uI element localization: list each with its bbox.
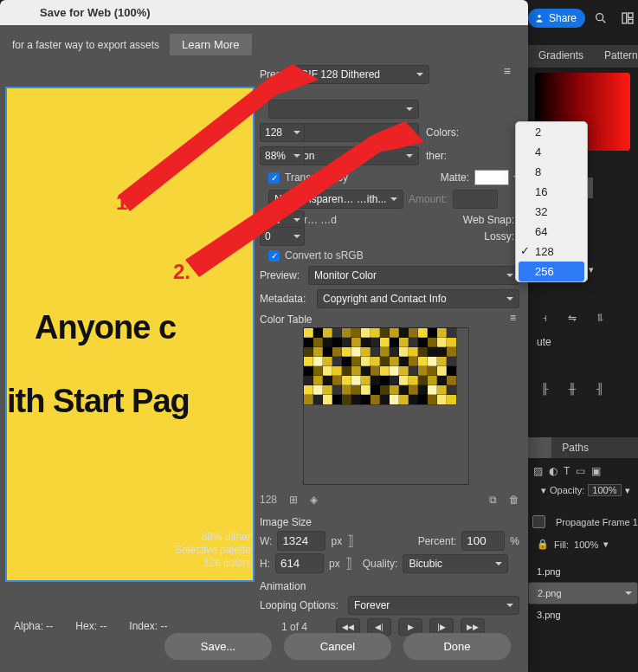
dither-label: ther: — [426, 150, 452, 162]
ct-count: 128 — [260, 494, 277, 506]
animation-label: Animation — [260, 580, 519, 592]
ct-trash-icon[interactable]: 🗑 — [509, 494, 519, 506]
matte-swatch[interactable] — [474, 170, 509, 185]
lock-icon[interactable]: 🔒 — [537, 539, 549, 550]
metadata-select[interactable]: Copyright and Contact Info — [317, 289, 519, 308]
save-button[interactable]: Save... — [164, 633, 272, 660]
search-icon[interactable] — [590, 7, 611, 29]
propagate-label: Propagate Frame 1 — [556, 517, 638, 527]
colors-option-4[interactable]: 4 — [516, 142, 587, 162]
svg-line-2 — [603, 20, 605, 23]
opacity-caret-icon[interactable]: ▾ — [541, 485, 546, 496]
websnap-label: Web Snap: — [463, 214, 519, 226]
canvas-text-line: Anyone c — [7, 309, 253, 346]
annotation-number-2: 2. — [173, 260, 190, 283]
filter-pixel-icon[interactable]: ▨ — [533, 465, 543, 477]
index-readout: Index: -- — [129, 620, 167, 632]
colors-label: Colors: — [426, 126, 464, 139]
link-wh-icon[interactable]: ⟧ — [347, 533, 354, 549]
layer-item[interactable]: 1.png — [528, 561, 638, 582]
looping-label: Looping Options: — [260, 599, 348, 611]
align-h-icon[interactable]: ⫞ — [537, 310, 552, 326]
image-size-label: Image Size — [260, 516, 519, 528]
svg-rect-5 — [628, 19, 632, 23]
annotation-number-1: 1. — [116, 191, 133, 214]
tab-patterns[interactable]: Patterns — [594, 45, 638, 68]
color-table-menu-icon[interactable]: ≡ — [510, 312, 516, 324]
filter-shape-icon[interactable]: ▭ — [576, 465, 585, 477]
cancel-button[interactable]: Cancel — [284, 633, 391, 660]
amount-field — [453, 190, 498, 209]
info-colors: 128 colors — [5, 557, 251, 570]
h-label: H: — [260, 558, 270, 570]
ct-new-icon[interactable]: ⧉ — [489, 494, 497, 506]
opacity-value[interactable]: 100% — [588, 484, 621, 496]
layer-item[interactable]: 3.png — [528, 604, 638, 625]
colors-option-256[interactable]: 256 — [519, 262, 584, 281]
colors-option-2[interactable]: 2 — [516, 122, 587, 142]
colors-dropdown-popup: 248163264128256 — [515, 121, 588, 282]
canvas-text-line: ith Start Pag — [7, 383, 253, 420]
svg-rect-4 — [628, 13, 632, 17]
height-input[interactable] — [275, 553, 324, 573]
fill-label: Fill: — [554, 540, 569, 550]
percent-label: Percent: — [418, 535, 457, 547]
done-button[interactable]: Done — [403, 633, 511, 660]
dropdown-caret-icon[interactable]: ▾ — [589, 264, 594, 275]
annotation-arrow-2 — [164, 104, 424, 286]
quality-label: Quality: — [363, 558, 398, 570]
share-button[interactable]: Share — [528, 9, 585, 28]
preset-menu-icon[interactable]: ≡ — [504, 64, 511, 78]
colors-option-128[interactable]: 128 — [516, 242, 587, 262]
layer-item[interactable]: 2.png — [528, 582, 638, 604]
filter-smart-icon[interactable]: ▣ — [591, 465, 601, 477]
share-label: Share — [549, 12, 577, 24]
svg-point-0 — [538, 15, 541, 18]
width-input[interactable] — [277, 531, 325, 551]
info-dither: 88% dither — [5, 531, 251, 544]
frame-counter: 1 of 4 — [260, 621, 329, 633]
ct-shift-icon[interactable]: ◈ — [310, 494, 318, 506]
svg-rect-3 — [622, 13, 627, 23]
metadata-label: Metadata: — [260, 293, 317, 305]
percent-input[interactable] — [461, 531, 505, 551]
opacity-dropdown-icon[interactable]: ▾ — [625, 485, 630, 496]
flip-v-icon[interactable]: ⥮ — [592, 310, 608, 326]
filter-adjust-icon[interactable]: ◐ — [549, 465, 557, 477]
fill-value[interactable]: 100% — [574, 540, 598, 550]
link-wh-icon2[interactable]: ⟧ — [345, 555, 352, 572]
color-table-label: Color Table — [260, 313, 519, 326]
svg-point-1 — [596, 14, 603, 21]
dialog-title: Save for Web (100%) — [0, 0, 528, 25]
hex-readout: Hex: -- — [75, 620, 106, 632]
quality-select[interactable]: Bicubic — [403, 554, 508, 573]
colors-option-64[interactable]: 64 — [516, 222, 587, 242]
alpha-readout: Alpha: -- — [14, 620, 53, 632]
lossy-label: Lossy: — [484, 230, 519, 242]
colors-option-16[interactable]: 16 — [516, 182, 587, 202]
dist-center-icon[interactable]: ╫ — [564, 381, 580, 397]
workspace-icon[interactable] — [617, 7, 638, 29]
colors-option-32[interactable]: 32 — [516, 202, 587, 222]
tab-gradients[interactable]: Gradients — [528, 45, 594, 68]
flip-h-icon[interactable]: ⇋ — [564, 310, 580, 326]
looping-select[interactable]: Forever — [348, 596, 519, 615]
svg-marker-7 — [185, 121, 424, 277]
filter-type-icon[interactable]: T — [564, 465, 570, 477]
opacity-label: Opacity: — [550, 485, 584, 495]
ct-snap-icon[interactable]: ⊞ — [289, 494, 298, 506]
dist-right-icon[interactable]: ╢ — [592, 381, 608, 397]
tab-paths[interactable]: Paths — [551, 437, 599, 458]
propagate-checkbox[interactable] — [532, 515, 545, 528]
info-palette: Selective palette — [5, 544, 251, 557]
ute-label: ute — [528, 331, 638, 353]
w-label: W: — [260, 535, 272, 547]
dist-left-icon[interactable]: ╟ — [537, 381, 552, 397]
colors-option-8[interactable]: 8 — [516, 162, 587, 182]
tab-layers-hidden[interactable] — [528, 437, 551, 458]
color-table-grid[interactable] — [303, 327, 469, 485]
fill-dropdown-icon[interactable]: ▾ — [603, 539, 609, 550]
matte-label: Matte: — [441, 171, 474, 184]
